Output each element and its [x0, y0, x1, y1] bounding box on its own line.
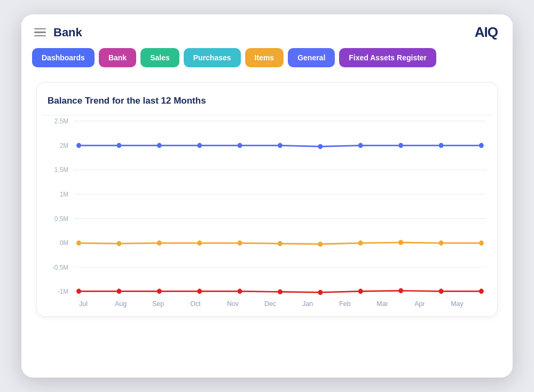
tab-sales[interactable]: Sales [140, 48, 179, 67]
x-label-jul: Jul [75, 300, 91, 308]
svg-text:2M: 2M [60, 142, 68, 150]
svg-point-20 [238, 143, 242, 148]
svg-point-32 [278, 241, 282, 246]
svg-point-36 [439, 240, 444, 246]
svg-text:1.5M: 1.5M [54, 166, 68, 174]
svg-point-30 [197, 240, 202, 246]
svg-text:2.5M: 2.5M [54, 117, 68, 125]
chart-card: Balance Trend for the last 12 Months [36, 82, 498, 317]
svg-point-44 [318, 290, 323, 295]
svg-point-45 [358, 289, 363, 294]
svg-point-19 [197, 143, 202, 148]
svg-point-16 [76, 143, 81, 148]
svg-point-31 [238, 240, 242, 246]
svg-point-18 [157, 143, 162, 148]
svg-point-47 [439, 289, 444, 294]
tab-general[interactable]: General [288, 48, 335, 67]
svg-point-39 [117, 289, 122, 294]
svg-point-26 [479, 143, 484, 148]
x-axis-labels: Jul Aug Sep Oct Nov Dec Jan Feb Mar Apr … [42, 297, 492, 308]
svg-point-28 [117, 241, 122, 246]
svg-point-40 [157, 289, 162, 294]
logo: AIQ [475, 24, 498, 41]
svg-text:-1M: -1M [58, 287, 68, 295]
svg-point-41 [197, 289, 202, 294]
x-label-may: May [449, 300, 465, 308]
app-frame: Bank AIQ Dashboards Bank Sales Purchases… [21, 14, 513, 378]
tab-items[interactable]: Items [245, 48, 284, 67]
app-title: Bank [53, 26, 82, 40]
svg-point-33 [318, 241, 323, 247]
x-label-feb: Feb [337, 300, 353, 308]
header: Bank AIQ [21, 14, 513, 48]
menu-icon[interactable] [34, 28, 46, 37]
svg-point-29 [157, 240, 162, 246]
svg-point-17 [117, 143, 122, 148]
logo-text: AIQ [475, 24, 498, 40]
x-label-apr: Apr [412, 300, 428, 308]
tab-purchases[interactable]: Purchases [184, 48, 241, 67]
x-label-aug: Aug [113, 300, 129, 308]
svg-point-42 [238, 289, 242, 294]
tab-dashboards[interactable]: Dashboards [32, 48, 95, 67]
svg-text:0.5M: 0.5M [54, 215, 68, 223]
x-label-dec: Dec [262, 300, 278, 308]
chart-area: 2.5M 2M 1.5M 1M 0.5M 0M -0.5M -1M [42, 115, 492, 297]
chart-svg: 2.5M 2M 1.5M 1M 0.5M 0M -0.5M -1M [42, 115, 492, 297]
svg-point-37 [479, 240, 484, 246]
svg-point-23 [358, 143, 363, 148]
header-left: Bank [34, 26, 82, 40]
svg-point-24 [398, 143, 403, 148]
svg-point-35 [398, 240, 403, 245]
tab-fixed-assets[interactable]: Fixed Assets Register [339, 48, 436, 67]
x-label-oct: Oct [187, 300, 203, 308]
svg-point-48 [479, 289, 484, 294]
svg-point-25 [439, 143, 444, 148]
svg-point-22 [318, 144, 323, 150]
x-label-jan: Jan [300, 300, 316, 308]
svg-text:0M: 0M [60, 239, 68, 247]
svg-point-43 [278, 289, 282, 295]
svg-text:1M: 1M [60, 190, 68, 198]
tab-bank[interactable]: Bank [99, 48, 136, 67]
x-label-nov: Nov [225, 300, 241, 308]
svg-text:-0.5M: -0.5M [52, 264, 68, 272]
x-label-mar: Mar [374, 300, 390, 308]
svg-point-46 [398, 288, 403, 294]
svg-point-21 [278, 143, 282, 148]
x-label-sep: Sep [150, 300, 166, 308]
nav-tabs: Dashboards Bank Sales Purchases Items Ge… [21, 48, 513, 77]
svg-point-27 [76, 240, 81, 246]
svg-point-34 [358, 240, 363, 246]
chart-title: Balance Trend for the last 12 Months [42, 96, 492, 115]
svg-point-38 [76, 289, 81, 294]
